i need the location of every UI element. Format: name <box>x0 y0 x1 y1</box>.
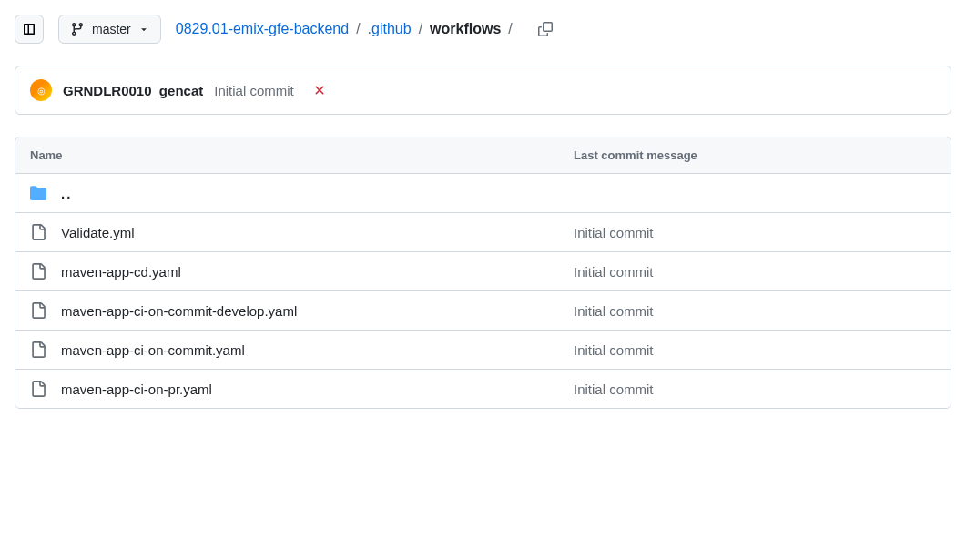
avatar[interactable]: ◎ <box>30 79 52 101</box>
breadcrumb-current: workflows <box>430 21 501 37</box>
file-name[interactable]: maven-app-ci-on-commit-develop.yaml <box>61 303 297 319</box>
table-row: maven-app-ci-on-commit.yaml Initial comm… <box>15 331 951 370</box>
table-row: maven-app-ci-on-commit-develop.yaml Init… <box>15 291 951 331</box>
file-commit-message[interactable]: Initial commit <box>574 382 936 397</box>
file-commit-message[interactable]: Initial commit <box>574 225 936 240</box>
commit-author[interactable]: GRNDLR0010_gencat <box>63 83 203 98</box>
breadcrumb-repo[interactable]: 0829.01-emix-gfe-backend <box>176 21 349 37</box>
breadcrumb-github[interactable]: .github <box>368 21 412 37</box>
triangle-down-icon <box>138 24 149 35</box>
side-panel-icon <box>22 22 36 36</box>
latest-commit-box: ◎ GRNDLR0010_gencat Initial commit <box>15 66 951 115</box>
folder-icon <box>30 185 46 201</box>
file-icon <box>30 224 46 240</box>
breadcrumb-sep: / <box>352 21 363 37</box>
breadcrumb-sep: / <box>415 21 426 37</box>
file-table-header: Name Last commit message <box>15 137 951 174</box>
branch-selector-button[interactable]: master <box>58 15 161 44</box>
file-icon <box>30 341 46 358</box>
toggle-tree-button[interactable] <box>15 15 44 44</box>
table-row: Validate.yml Initial commit <box>15 213 951 252</box>
top-toolbar: master 0829.01-emix-gfe-backend / .githu… <box>15 15 951 44</box>
file-commit-message[interactable]: Initial commit <box>574 303 936 319</box>
file-icon <box>30 263 46 280</box>
breadcrumb: 0829.01-emix-gfe-backend / .github / wor… <box>176 21 516 37</box>
file-icon <box>30 302 46 319</box>
file-commit-message[interactable]: Initial commit <box>574 264 936 280</box>
file-name[interactable]: maven-app-ci-on-pr.yaml <box>61 382 212 397</box>
file-name[interactable]: Validate.yml <box>61 225 135 240</box>
header-message: Last commit message <box>574 148 936 162</box>
copy-icon <box>538 22 553 36</box>
status-failed-icon[interactable] <box>312 83 327 97</box>
parent-directory-row[interactable]: .. <box>15 174 951 213</box>
file-name[interactable]: maven-app-cd.yaml <box>61 264 181 280</box>
parent-dir-label[interactable]: .. <box>61 186 72 201</box>
header-name: Name <box>30 148 574 162</box>
commit-message[interactable]: Initial commit <box>214 83 294 98</box>
git-branch-icon <box>70 22 85 36</box>
copy-path-button[interactable] <box>531 15 560 44</box>
breadcrumb-sep: / <box>504 21 515 37</box>
file-commit-message[interactable]: Initial commit <box>574 342 936 358</box>
file-name[interactable]: maven-app-ci-on-commit.yaml <box>61 342 245 358</box>
table-row: maven-app-cd.yaml Initial commit <box>15 252 951 291</box>
file-icon <box>30 381 46 397</box>
file-table: Name Last commit message .. Validate.yml… <box>15 137 951 409</box>
branch-label: master <box>92 22 131 36</box>
table-row: maven-app-ci-on-pr.yaml Initial commit <box>15 370 951 408</box>
